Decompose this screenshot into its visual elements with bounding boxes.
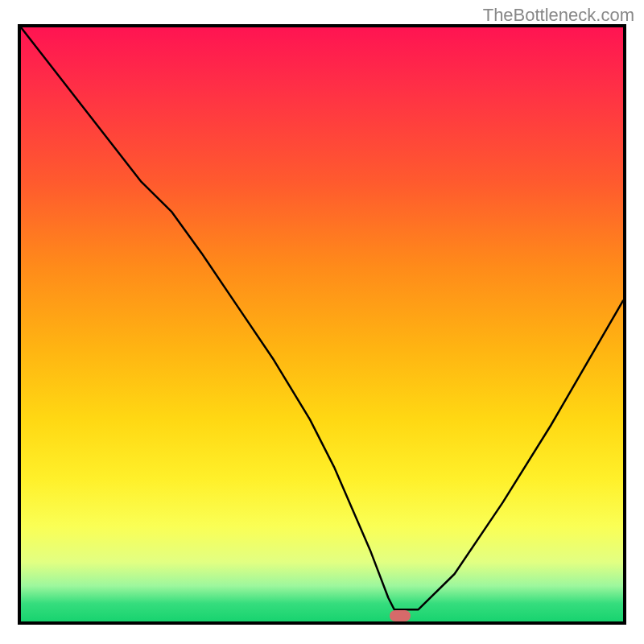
- watermark-text: TheBottleneck.com: [483, 5, 634, 26]
- plot-area: [18, 24, 626, 625]
- chart-container: TheBottleneck.com: [0, 0, 644, 644]
- curve-line: [21, 27, 623, 621]
- bottleneck-marker: [390, 610, 411, 621]
